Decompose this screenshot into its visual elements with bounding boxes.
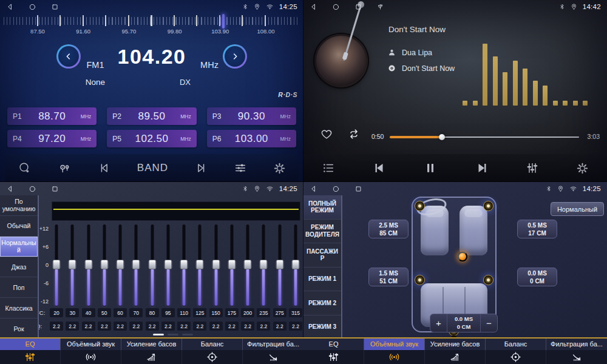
slider-knob[interactable] — [228, 260, 236, 269]
fc-value[interactable]: 275 — [273, 308, 287, 317]
slider-knob[interactable] — [180, 260, 188, 269]
previous-track-icon[interactable] — [372, 161, 387, 175]
band-slider[interactable] — [129, 224, 143, 306]
slider-knob[interactable] — [291, 260, 299, 269]
slider-knob[interactable] — [276, 260, 283, 269]
back-icon[interactable] — [6, 3, 14, 11]
band-slider[interactable] — [161, 224, 175, 306]
q-value[interactable]: 2.2 — [98, 322, 111, 331]
slider-knob[interactable] — [132, 260, 140, 269]
band-slider[interactable] — [289, 224, 302, 306]
listening-mode-item[interactable]: РЕЖИМ 2 — [304, 291, 341, 315]
listening-mode-item[interactable]: ПОЛНЫЙ РЕЖИМ — [304, 195, 341, 220]
preset-button[interactable]: P4 97.20 MHz — [7, 130, 97, 147]
decrease-button[interactable]: − — [481, 314, 497, 332]
preset-button[interactable]: P6 103.00 MHz — [207, 130, 296, 147]
front-left-speaker-icon[interactable] — [415, 201, 425, 211]
front-right-delay[interactable]: 0.5 MS 17 CM — [517, 220, 557, 238]
rear-right-speaker-icon[interactable] — [483, 275, 493, 285]
tab-filter[interactable]: Фильтрация ба... — [546, 339, 607, 364]
favorite-heart-icon[interactable] — [319, 127, 334, 141]
slider-knob[interactable] — [212, 260, 220, 269]
slider-knob[interactable] — [69, 260, 76, 269]
stereo-broadcast-icon[interactable] — [57, 161, 72, 175]
slider-knob[interactable] — [164, 260, 172, 269]
pause-icon[interactable] — [423, 161, 438, 175]
fc-value[interactable]: 125 — [193, 308, 206, 317]
slider-knob[interactable] — [260, 260, 268, 269]
playlist-icon[interactable] — [322, 161, 335, 175]
seek-bar[interactable] — [390, 133, 579, 141]
q-value[interactable]: 2.2 — [273, 322, 287, 331]
q-value[interactable]: 2.2 — [257, 322, 270, 331]
tab-balance[interactable]: Баланс — [182, 339, 243, 364]
fc-value[interactable]: 20 — [50, 308, 63, 317]
settings-gear-icon[interactable] — [576, 162, 589, 175]
preset-button[interactable]: P1 88.70 MHz — [7, 107, 97, 125]
scan-icon[interactable] — [18, 161, 31, 175]
q-value[interactable]: 2.2 — [50, 322, 63, 331]
slider-knob[interactable] — [53, 260, 61, 269]
q-value[interactable]: 2.2 — [82, 322, 95, 331]
home-icon[interactable] — [29, 3, 36, 11]
rear-left-speaker-icon[interactable] — [415, 275, 425, 285]
equalizer-icon[interactable] — [526, 161, 539, 175]
tune-up-button[interactable] — [223, 44, 247, 69]
recents-icon[interactable] — [51, 185, 59, 193]
slider-knob[interactable] — [117, 260, 124, 269]
q-value[interactable]: 2.2 — [66, 322, 79, 331]
settings-gear-icon[interactable] — [273, 162, 286, 175]
q-value[interactable]: 2.2 — [129, 322, 143, 331]
recents-icon[interactable] — [51, 3, 59, 11]
recents-icon[interactable] — [354, 3, 362, 11]
q-value[interactable]: 2.2 — [114, 322, 127, 331]
slider-knob[interactable] — [84, 260, 92, 269]
fc-value[interactable]: 50 — [98, 308, 111, 317]
eq-preset-item[interactable]: Рок — [0, 318, 38, 339]
tab-bass-boost[interactable]: Усиление басов — [425, 339, 486, 364]
band-slider[interactable] — [225, 224, 239, 306]
home-icon[interactable] — [332, 3, 340, 11]
fc-value[interactable]: 95 — [161, 308, 175, 317]
tab-filter[interactable]: Фильтрация ба... — [243, 339, 304, 364]
slider-knob[interactable] — [196, 260, 204, 269]
band-slider[interactable] — [114, 224, 127, 306]
listening-mode-item[interactable]: РЕЖИМ ВОДИТЕЛЯ — [304, 220, 341, 244]
rear-right-delay[interactable]: 0.0 MS 0 CM — [517, 268, 557, 286]
next-track-icon[interactable] — [475, 161, 489, 175]
band-slider[interactable] — [273, 224, 287, 306]
listening-position-marker[interactable] — [458, 252, 467, 261]
q-value[interactable]: 2.2 — [209, 322, 223, 331]
repeat-icon[interactable] — [346, 127, 362, 141]
back-icon[interactable] — [310, 185, 317, 193]
band-slider[interactable] — [146, 224, 159, 306]
tab-bass-boost[interactable]: Усиление басов — [121, 339, 182, 364]
band-slider[interactable] — [241, 224, 254, 306]
band-slider[interactable] — [82, 224, 95, 306]
q-value[interactable]: 2.2 — [225, 322, 239, 331]
preset-button[interactable]: P3 90.30 MHz — [207, 107, 296, 125]
recents-icon[interactable] — [354, 185, 362, 193]
previous-station-icon[interactable] — [98, 161, 111, 175]
band-slider[interactable] — [257, 224, 270, 306]
album-art[interactable] — [314, 34, 368, 87]
tab-surround[interactable]: Объёмный звук — [364, 339, 425, 364]
q-value[interactable]: 2.2 — [241, 322, 254, 331]
slider-knob[interactable] — [100, 260, 108, 269]
eq-preset-item[interactable]: Джаз — [0, 257, 38, 278]
tab-eq[interactable]: EQ — [304, 339, 364, 364]
fc-value[interactable]: 40 — [82, 308, 95, 317]
band-slider[interactable] — [66, 224, 79, 306]
q-value[interactable]: 2.2 — [177, 322, 191, 331]
preset-button[interactable]: P2 89.50 MHz — [107, 107, 196, 125]
home-icon[interactable] — [332, 185, 340, 193]
q-value[interactable]: 2.2 — [289, 322, 302, 331]
rear-left-delay[interactable]: 1.5 MS 51 CM — [368, 268, 409, 286]
q-value[interactable]: 2.2 — [146, 322, 159, 331]
tab-eq[interactable]: EQ — [0, 339, 61, 364]
increase-button[interactable]: + — [430, 314, 447, 332]
back-icon[interactable] — [310, 3, 317, 11]
progress-knob[interactable] — [439, 134, 445, 140]
band-slider[interactable] — [209, 224, 223, 306]
fc-value[interactable]: 30 — [66, 308, 79, 317]
